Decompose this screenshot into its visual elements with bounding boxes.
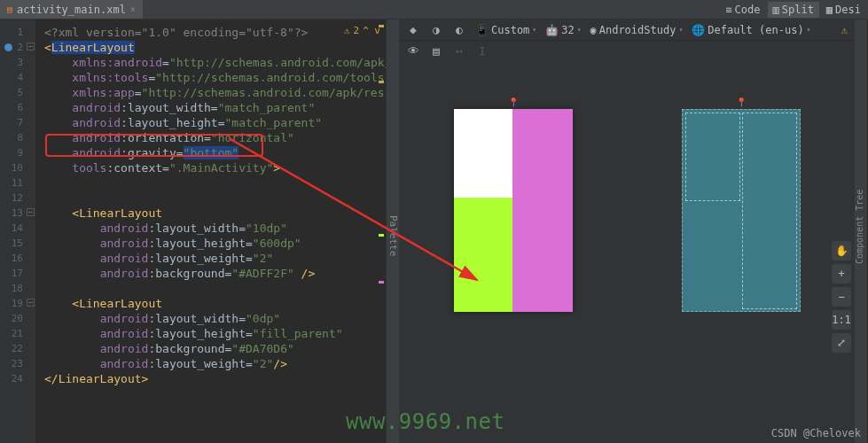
arrow-left-icon: ↤ [452,43,466,58]
line-gutter: 1 −2 3 4 5 6 7 8 9 10 11 12 −13 14 15 16… [0,19,35,443]
code-editor[interactable]: ⚠ 2 ^ v <?xml version="1.0" encoding="ut… [35,19,386,443]
locale-dropdown[interactable]: 🌐 Default (en-us) [692,24,810,36]
watermark-credit: CSDN @Chelovek [771,427,861,439]
device-dropdown[interactable]: 📱 Custom [475,24,536,36]
breakpoint-icon[interactable] [4,43,12,51]
fold-icon[interactable]: − [27,299,35,307]
cursor-icon: I [475,43,489,58]
blueprint-child-2[interactable] [742,113,797,309]
editor-tab[interactable]: ▤ activity_main.xml × [0,0,143,19]
blueprint-child-1[interactable] [685,113,740,201]
expand-button[interactable]: ⤢ [832,333,851,353]
eye-icon[interactable]: 👁 [406,43,420,58]
blueprint-device-frame[interactable] [682,109,801,312]
component-tree-stripe[interactable]: Component Tree [855,19,868,443]
zoom-controls: ✋ + − 1:1 ⤢ [832,241,851,353]
pin-icon: 📍 [508,97,519,107]
theme-dropdown[interactable]: ◉ AndroidStudy [590,24,683,36]
night-icon[interactable]: ◐ [452,23,466,37]
inspection-widget[interactable]: ⚠ 2 ^ v [344,25,380,36]
preview-child-1[interactable] [454,198,512,312]
xml-file-icon: ▤ [7,4,12,14]
fold-icon[interactable]: − [27,43,35,51]
zoom-in-button[interactable]: + [832,264,851,284]
grid-icon[interactable]: ▤ [429,43,443,58]
design-surface[interactable]: 📍 [399,60,627,443]
fold-icon[interactable]: − [27,208,35,216]
error-stripe[interactable] [379,25,384,286]
pan-tool[interactable]: ✋ [832,241,851,260]
preview-toolbar: ◆ ◑ ◐ 📱 Custom 🤖 32 ◉ AndroidStudy 🌐 Def… [399,19,855,41]
zoom-out-button[interactable]: − [832,287,851,307]
zoom-fit-button[interactable]: 1:1 [832,310,851,330]
view-mode-switcher: ≡ Code ▥ Split ▦ Desi [720,2,866,18]
close-icon[interactable]: × [130,4,136,14]
layout-preview: ◆ ◑ ◐ 📱 Custom 🤖 32 ◉ AndroidStudy 🌐 Def… [399,19,855,443]
blueprint-surface[interactable]: 📍 [627,60,855,443]
design-device-frame[interactable] [454,109,573,312]
warning-icon[interactable]: ⚠ [841,24,848,36]
surface-icon[interactable]: ◆ [406,23,420,37]
view-mode-code[interactable]: ≡ Code [720,2,765,18]
pin-icon: 📍 [736,97,747,107]
api-dropdown[interactable]: 🤖 32 [545,24,581,36]
view-mode-design[interactable]: ▦ Desi [821,2,866,18]
palette-panel-stripe[interactable]: Palette [386,19,399,443]
view-mode-split[interactable]: ▥ Split [768,2,819,18]
watermark-url: www.9969.net [346,409,504,434]
preview-child-2[interactable] [512,109,573,312]
tab-filename: activity_main.xml [17,4,126,16]
orientation-icon[interactable]: ◑ [429,23,443,37]
